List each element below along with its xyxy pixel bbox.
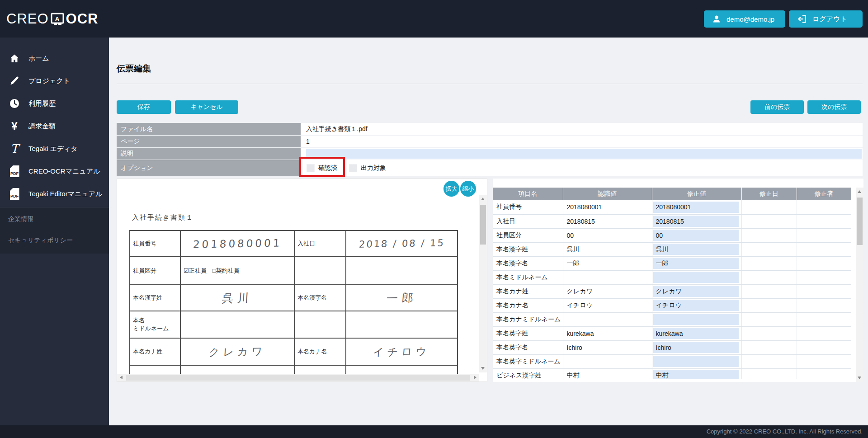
- corrected-date-cell: [741, 214, 797, 228]
- corrected-value-input[interactable]: [653, 356, 739, 367]
- sidebar-item-billing[interactable]: ¥ 請求金額: [0, 115, 109, 137]
- filename-label: ファイル名: [117, 123, 301, 135]
- confirmed-checkbox[interactable]: [307, 164, 315, 172]
- scroll-left-arrow[interactable]: [120, 376, 123, 379]
- scrollbar-thumb[interactable]: [480, 205, 486, 245]
- recognized-value-cell: 2018080001: [563, 200, 652, 214]
- corrected-date-cell: [741, 228, 797, 242]
- doc-row-kana-name: 本名カナ姓 クレカワ 本名カナ名 イチロウ: [130, 338, 458, 365]
- item-name-cell: 本名ミドルネーム: [493, 270, 563, 284]
- sidebar-item-label: Tegaki Editorマニュアル: [28, 190, 102, 198]
- logout-label: ログアウト: [812, 15, 847, 24]
- corrected-value-input[interactable]: 呉川: [653, 244, 739, 255]
- doc-row-employee-number: 社員番号 2018080001 入社日 2018 / 08 / 15: [130, 231, 458, 256]
- previous-slip-button[interactable]: 前の伝票: [750, 100, 804, 114]
- sidebar-item-home[interactable]: ホーム: [0, 47, 109, 70]
- app-footer: Copyright © 2022 CREO CO.,LTD. Inc. All …: [0, 425, 868, 438]
- item-name-cell: 本名英字ミドルネーム: [493, 354, 563, 368]
- corrected-value-input[interactable]: kurekawa: [653, 328, 739, 339]
- corrected-value-input[interactable]: Ichiro: [653, 342, 739, 353]
- sidebar-item-creo-ocr-manual[interactable]: PDF CREO-OCRマニュアル: [0, 160, 109, 183]
- ocr-result-pane: 項目名 認識値 修正値 修正日 修正者 社員番号 2018080001: [493, 179, 863, 382]
- editor-cell: [797, 312, 851, 326]
- copyright-text: Copyright © 2022 CREO CO.,LTD. Inc. All …: [707, 428, 863, 435]
- handwritten-value: イチロウ: [373, 344, 430, 359]
- scroll-right-arrow[interactable]: [474, 376, 476, 379]
- main-content: 伝票編集 保存 キャンセル 前の伝票 次の伝票 ファイル名 入社手続き書類１.p…: [109, 38, 868, 425]
- corrected-date-cell: [741, 284, 797, 298]
- doc-label: 社員番号: [130, 231, 180, 256]
- scroll-down-arrow[interactable]: [481, 367, 485, 370]
- scrollbar-thumb[interactable]: [126, 375, 470, 381]
- handwritten-value: クレカワ: [208, 344, 266, 359]
- recognized-value-cell: 20180815: [563, 214, 652, 228]
- corrected-value-input[interactable]: 20180815: [653, 216, 739, 227]
- scroll-down-arrow[interactable]: [858, 377, 861, 379]
- editor-cell: [797, 242, 851, 256]
- preview-horizontal-scrollbar[interactable]: [117, 374, 479, 381]
- save-button[interactable]: 保存: [117, 100, 171, 114]
- ocr-table-row: 入社日 20180815 20180815: [493, 214, 851, 228]
- scroll-up-arrow[interactable]: [858, 190, 861, 193]
- editor-cell: [797, 270, 851, 284]
- recognized-value-cell: kurekawa: [563, 326, 652, 340]
- corrected-value-input[interactable]: [653, 272, 739, 283]
- recognized-value-cell: 00: [563, 228, 652, 242]
- ocr-table-row: 本名漢字名 一郎 一郎: [493, 256, 851, 270]
- sidebar-secondary-section: 企業情報 セキュリティポリシー: [0, 207, 109, 254]
- doc-row-middle-name: 本名 ミドルネーム: [130, 311, 458, 338]
- column-header-corrected: 修正値: [652, 188, 741, 200]
- ocr-table-row: 本名英字姓 kurekawa kurekawa: [493, 326, 851, 340]
- corrected-value-input[interactable]: クレカワ: [653, 286, 739, 297]
- corrected-date-cell: [741, 270, 797, 284]
- recognized-value-cell: [563, 354, 652, 368]
- next-slip-button[interactable]: 次の伝票: [807, 100, 861, 114]
- sidebar-item-usage-history[interactable]: 利用履歴: [0, 92, 109, 115]
- corrected-value-input[interactable]: イチロウ: [653, 300, 739, 311]
- sidebar-item-projects[interactable]: プロジェクト: [0, 70, 109, 92]
- zoom-out-button[interactable]: 縮小: [460, 181, 476, 197]
- ocr-table-row: 本名カナ名 イチロウ イチロウ: [493, 298, 851, 312]
- cancel-button[interactable]: キャンセル: [175, 100, 238, 114]
- sidebar-item-label: Tegaki エディタ: [28, 145, 78, 153]
- handwritten-value: 2018080001: [193, 237, 282, 250]
- sidebar-item-security-policy[interactable]: セキュリティポリシー: [0, 230, 109, 251]
- editor-cell: [797, 228, 851, 242]
- description-input[interactable]: [306, 149, 862, 159]
- form-row-description: 説明: [117, 148, 863, 160]
- user-email: demo@demo.jp: [726, 15, 774, 23]
- form-row-filename: ファイル名 入社手続き書類１.pdf: [117, 123, 863, 135]
- corrected-value-input[interactable]: 2018080001: [653, 202, 739, 213]
- sidebar-item-label: セキュリティポリシー: [8, 236, 73, 245]
- output-target-checkbox[interactable]: [349, 164, 357, 172]
- zoom-in-button[interactable]: 拡大: [443, 181, 459, 197]
- sidebar-item-company-info[interactable]: 企業情報: [0, 208, 109, 230]
- user-account-button[interactable]: demo@demo.jp: [704, 10, 785, 28]
- corrected-value-input[interactable]: 00: [653, 230, 739, 241]
- corrected-value-input[interactable]: 一郎: [653, 258, 739, 269]
- svg-text:A: A: [55, 15, 60, 23]
- preview-vertical-scrollbar[interactable]: [479, 195, 487, 372]
- filename-value: 入社手続き書類１.pdf: [302, 123, 863, 135]
- confirmed-checkbox-label: 確認済: [318, 164, 337, 172]
- corrected-value-input[interactable]: 中村: [653, 370, 739, 379]
- sidebar-item-tegaki-editor[interactable]: T Tegaki エディタ: [0, 137, 109, 160]
- ocr-table-row: 本名ミドルネーム: [493, 270, 851, 284]
- corrected-value-input[interactable]: [653, 314, 739, 325]
- sidebar-item-tegaki-editor-manual[interactable]: PDF Tegaki Editorマニュアル: [0, 183, 109, 205]
- app-header: CREO A OCR demo@demo.jp ログアウト: [0, 0, 868, 38]
- page-title: 伝票編集: [117, 63, 151, 75]
- recognized-value-cell: [563, 312, 652, 326]
- logout-button[interactable]: ログアウト: [789, 10, 863, 28]
- corrected-date-cell: [741, 312, 797, 326]
- app-logo: CREO A OCR: [6, 11, 98, 27]
- recognized-value-cell: [563, 270, 652, 284]
- ocr-table-vertical-scrollbar[interactable]: [856, 188, 863, 382]
- corrected-date-cell: [741, 326, 797, 340]
- scrollbar-thumb[interactable]: [857, 198, 863, 245]
- tegaki-icon: T: [8, 142, 21, 155]
- column-header-item: 項目名: [493, 188, 563, 200]
- scroll-up-arrow[interactable]: [481, 198, 485, 200]
- editor-cell: [797, 214, 851, 228]
- output-target-checkbox-label: 出力対象: [361, 164, 386, 172]
